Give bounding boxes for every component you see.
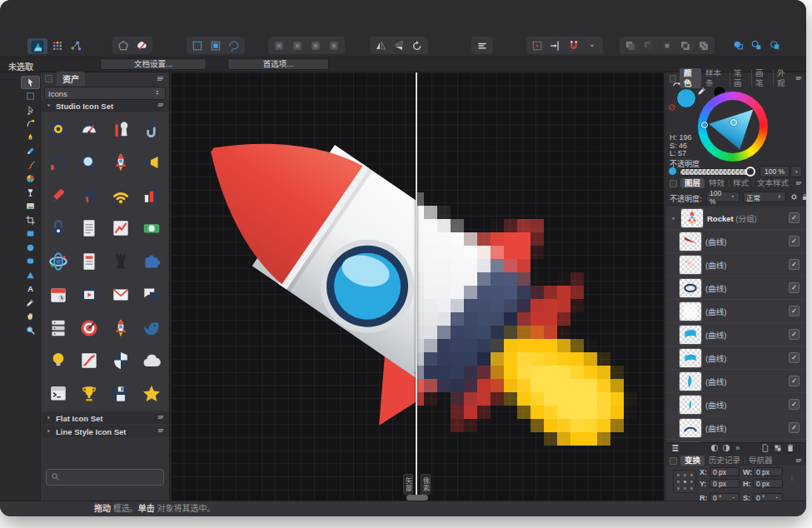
layer-visibility-checkbox[interactable] — [789, 352, 800, 363]
bool-xor-button[interactable] — [677, 38, 694, 52]
anchor-point-selector[interactable] — [673, 470, 696, 493]
snap-edge-button[interactable] — [547, 38, 564, 52]
asset-money[interactable] — [137, 212, 168, 245]
section-menu-icon[interactable] — [157, 101, 165, 111]
color-tab[interactable]: 笔画 — [730, 68, 751, 88]
titlebar[interactable] — [0, 0, 806, 35]
expander-icon[interactable] — [670, 211, 677, 226]
layers-tab[interactable]: 特效 — [705, 178, 729, 188]
rounded-rectangle-tool[interactable] — [21, 255, 40, 268]
layer-visibility-checkbox[interactable] — [789, 306, 800, 316]
layers-tab[interactable]: 样式 — [729, 178, 753, 188]
split-view-divider[interactable] — [416, 72, 417, 501]
transparency-tool[interactable] — [21, 186, 40, 199]
transform-tab[interactable]: 变换 — [680, 456, 705, 466]
transform-input-h[interactable]: 0 px — [753, 479, 783, 488]
zoom-tool[interactable] — [21, 323, 40, 336]
asset-rocket-2[interactable] — [105, 311, 137, 345]
node-graph-button[interactable] — [67, 38, 84, 52]
opacity-value[interactable]: 100 % — [760, 166, 790, 177]
asset-star[interactable] — [137, 377, 168, 411]
asset-puzzle[interactable] — [137, 245, 168, 278]
panel-collapse-icon[interactable] — [670, 457, 677, 465]
bool-add-button[interactable] — [622, 38, 639, 52]
asset-chat[interactable] — [137, 278, 168, 311]
panel-menu-icon[interactable] — [795, 456, 803, 465]
transform-input-x[interactable]: 0 px — [710, 467, 740, 476]
asset-chess-rook[interactable] — [105, 245, 137, 278]
eyedropper-icon[interactable] — [696, 85, 708, 100]
hue-marker[interactable] — [701, 122, 708, 128]
layer-row[interactable]: (曲线) — [666, 230, 806, 253]
text-tool[interactable]: A — [21, 282, 40, 296]
order-front-button[interactable] — [730, 38, 747, 52]
place-image-tool[interactable] — [21, 200, 40, 213]
asset-terminal[interactable] — [42, 377, 74, 411]
asset-lock[interactable] — [42, 212, 74, 245]
asset-pencil[interactable] — [42, 179, 74, 212]
layer-visibility-checkbox[interactable] — [789, 399, 800, 410]
eyedropper-tool[interactable] — [21, 296, 40, 309]
layer-row[interactable]: (曲线) — [666, 370, 806, 393]
fx-button[interactable]: fx — [733, 443, 743, 453]
asset-link[interactable] — [137, 112, 168, 146]
section-menu-icon[interactable] — [157, 426, 165, 436]
assets-section-studio[interactable]: Studio Icon Set — [41, 100, 169, 112]
asset-rocket[interactable] — [105, 146, 137, 179]
panel-collapse-icon[interactable] — [670, 180, 677, 187]
node-tool[interactable] — [21, 103, 40, 117]
asset-floppy[interactable] — [105, 377, 137, 411]
insert-behind-button[interactable] — [271, 38, 287, 52]
layer-row-group[interactable]: Rocket (分组) — [666, 207, 806, 230]
asset-tools[interactable] — [105, 112, 137, 146]
insert-inside-button[interactable] — [289, 38, 306, 52]
link-dimensions-icon[interactable] — [788, 471, 796, 486]
order-mid-button[interactable] — [749, 38, 765, 52]
asset-gear[interactable] — [42, 112, 74, 146]
checker-button[interactable] — [773, 443, 783, 453]
rotate-ccw-button[interactable] — [409, 38, 426, 52]
layers-tab[interactable]: 文本样式 — [753, 178, 793, 188]
asset-document[interactable] — [74, 212, 106, 245]
marquee-button[interactable] — [189, 38, 206, 52]
assets-section-line[interactable]: Line Style Icon Set — [41, 426, 169, 437]
layer-row[interactable]: (曲线) — [666, 276, 806, 300]
panel-menu-icon[interactable] — [795, 179, 803, 187]
saturation-marker[interactable] — [730, 119, 737, 126]
color-dots-button[interactable] — [49, 38, 66, 52]
asset-chart-bar[interactable] — [137, 179, 168, 212]
fill-color-swatch[interactable] — [676, 88, 696, 108]
panel-collapse-icon[interactable] — [45, 75, 52, 82]
document-canvas[interactable] — [171, 72, 664, 501]
asset-megaphone[interactable] — [74, 179, 106, 212]
hand-tool[interactable] — [21, 310, 40, 323]
no-color-icon[interactable] — [668, 100, 676, 115]
layer-visibility-checkbox[interactable] — [789, 422, 800, 433]
flip-v-button[interactable] — [391, 38, 407, 52]
asset-cloud[interactable] — [137, 344, 168, 377]
transform-input-y[interactable]: 0 px — [710, 479, 740, 488]
magnet-button[interactable] — [565, 38, 582, 52]
pen-tool[interactable] — [21, 131, 40, 144]
new-page-button[interactable] — [760, 443, 770, 453]
lock-icon[interactable] — [800, 192, 806, 202]
order-back-button[interactable] — [767, 38, 784, 52]
split-divider-handle[interactable] — [406, 495, 428, 501]
assets-menu-icon[interactable] — [156, 72, 165, 87]
preferences-button[interactable]: 首选项... — [227, 58, 329, 70]
asset-calendar[interactable] — [42, 278, 74, 311]
asset-target[interactable] — [74, 311, 106, 345]
bool-intersect-button[interactable] — [659, 38, 675, 52]
assets-category-select[interactable]: Icons — [44, 87, 166, 100]
persona-vector-button[interactable] — [115, 38, 132, 52]
transform-input-w[interactable]: 0 px — [753, 467, 783, 476]
asset-gauge[interactable] — [74, 112, 106, 146]
layer-visibility-checkbox[interactable] — [789, 282, 800, 293]
affinity-logo[interactable] — [27, 38, 47, 54]
asset-video-player[interactable] — [74, 278, 106, 311]
transform-tab[interactable]: 导航器 — [745, 456, 777, 466]
asset-trophy[interactable] — [74, 377, 106, 411]
color-tab[interactable]: 外观 — [773, 68, 795, 88]
panel-menu-icon[interactable] — [795, 74, 803, 82]
trash-button[interactable] — [785, 443, 795, 453]
